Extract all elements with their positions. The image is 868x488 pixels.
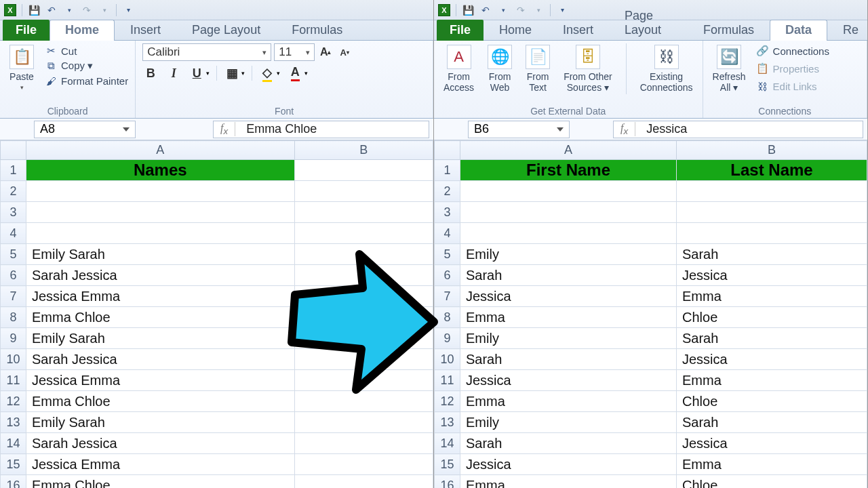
undo-menu-icon[interactable]: ▾ bbox=[63, 4, 75, 16]
cell[interactable]: Emma Chloe bbox=[26, 475, 295, 489]
cell[interactable]: Jessica bbox=[460, 286, 677, 307]
cell[interactable]: Emily bbox=[460, 328, 677, 349]
redo-icon[interactable]: ↷ bbox=[515, 4, 527, 16]
cell[interactable] bbox=[460, 223, 677, 244]
cell[interactable]: Emma bbox=[460, 391, 677, 412]
tab-file[interactable]: File bbox=[437, 20, 484, 41]
row-header[interactable]: 11 bbox=[435, 370, 460, 391]
cell[interactable] bbox=[294, 370, 433, 391]
cell[interactable] bbox=[26, 202, 295, 223]
undo-menu-icon[interactable]: ▾ bbox=[497, 4, 509, 16]
row-header[interactable]: 1 bbox=[435, 160, 460, 181]
from-web-button[interactable]: 🌐From Web bbox=[485, 43, 515, 94]
tab-formulas[interactable]: Formulas bbox=[688, 20, 770, 41]
cell[interactable]: Emma Chloe bbox=[26, 307, 295, 328]
cell[interactable]: Sarah bbox=[677, 244, 867, 265]
save-icon[interactable]: 💾 bbox=[462, 4, 474, 16]
tab-formulas[interactable]: Formulas bbox=[276, 20, 358, 41]
cell[interactable]: Chloe bbox=[677, 307, 867, 328]
cell[interactable] bbox=[677, 202, 867, 223]
existing-connections-button[interactable]: ⛓Existing Connections bbox=[637, 43, 696, 94]
cell[interactable]: Jessica bbox=[677, 265, 867, 286]
row-header[interactable]: 11 bbox=[1, 370, 26, 391]
tab-home[interactable]: Home bbox=[484, 20, 547, 41]
cell[interactable]: Jessica Emma bbox=[26, 370, 295, 391]
qat-customize-icon[interactable]: ▾ bbox=[556, 4, 568, 16]
font-color-icon[interactable]: A bbox=[287, 65, 303, 81]
formula-input-right[interactable]: fxJessica bbox=[613, 121, 863, 138]
tab-home[interactable]: Home bbox=[50, 20, 115, 41]
cell[interactable] bbox=[294, 433, 433, 454]
row-header[interactable]: 10 bbox=[1, 349, 26, 370]
col-header-b-left[interactable]: B bbox=[294, 141, 433, 160]
undo-icon[interactable]: ↶ bbox=[479, 4, 492, 16]
cell[interactable] bbox=[294, 454, 433, 475]
col-header-b-right[interactable]: B bbox=[677, 141, 867, 160]
cell[interactable] bbox=[460, 202, 677, 223]
cell[interactable] bbox=[294, 223, 433, 244]
row-header[interactable]: 10 bbox=[435, 349, 460, 370]
cell[interactable]: Emma bbox=[677, 454, 867, 475]
row-header[interactable]: 3 bbox=[1, 202, 26, 223]
properties-button[interactable]: 📋Properties bbox=[757, 61, 829, 76]
col-header-a-right[interactable]: A bbox=[460, 141, 677, 160]
row-header[interactable]: 12 bbox=[435, 391, 460, 412]
connections-button[interactable]: 🔗Connections bbox=[757, 43, 829, 58]
fill-color-icon[interactable]: ◇ bbox=[259, 65, 275, 81]
cell[interactable]: Sarah Jessica bbox=[26, 433, 295, 454]
redo-menu-icon[interactable]: ▾ bbox=[98, 4, 111, 16]
row-header[interactable]: 13 bbox=[1, 412, 26, 433]
cell[interactable]: Emma bbox=[460, 307, 677, 328]
row-header[interactable]: 4 bbox=[1, 223, 26, 244]
row-header[interactable]: 2 bbox=[1, 181, 26, 202]
cell[interactable]: Sarah Jessica bbox=[26, 349, 295, 370]
cell[interactable] bbox=[26, 223, 295, 244]
from-other-sources-button[interactable]: 🗄From Other Sources ▾ bbox=[561, 43, 615, 94]
cell[interactable]: Jessica bbox=[677, 349, 867, 370]
row-header[interactable]: 5 bbox=[435, 244, 460, 265]
row-header[interactable]: 16 bbox=[435, 475, 460, 489]
formula-input-left[interactable]: fxEmma Chloe bbox=[213, 121, 429, 138]
cell[interactable] bbox=[677, 181, 867, 202]
paste-button[interactable]: 📋 Paste ▾ bbox=[7, 43, 37, 92]
cell[interactable] bbox=[294, 475, 433, 489]
cell[interactable] bbox=[294, 286, 433, 307]
cell[interactable]: Jessica bbox=[677, 433, 867, 454]
undo-icon[interactable]: ↶ bbox=[45, 4, 58, 16]
edit-links-button[interactable]: ⛓Edit Links bbox=[757, 79, 829, 94]
from-access-button[interactable]: AFrom Access bbox=[441, 43, 477, 94]
row-header[interactable]: 8 bbox=[1, 307, 26, 328]
from-text-button[interactable]: 📄From Text bbox=[523, 43, 553, 94]
cell[interactable]: Sarah bbox=[677, 412, 867, 433]
cell[interactable] bbox=[294, 349, 433, 370]
row-header[interactable]: 8 bbox=[435, 307, 460, 328]
row-header[interactable]: 14 bbox=[435, 433, 460, 454]
cell[interactable] bbox=[26, 181, 295, 202]
cell[interactable] bbox=[294, 265, 433, 286]
redo-icon[interactable]: ↷ bbox=[81, 4, 93, 16]
tab-page-layout[interactable]: Page Layout bbox=[609, 5, 688, 41]
cell[interactable] bbox=[294, 307, 433, 328]
cell[interactable]: Sarah bbox=[460, 265, 677, 286]
cell[interactable]: Chloe bbox=[677, 475, 867, 489]
cell[interactable]: Names bbox=[26, 160, 295, 181]
tab-review[interactable]: Re bbox=[827, 20, 865, 41]
cell[interactable]: First Name bbox=[460, 160, 677, 181]
cell[interactable]: Jessica bbox=[460, 370, 677, 391]
qat-customize-icon[interactable]: ▾ bbox=[122, 4, 134, 16]
copy-button[interactable]: ⧉Copy ▾ bbox=[45, 58, 128, 73]
cell[interactable] bbox=[677, 223, 867, 244]
row-header[interactable]: 9 bbox=[435, 328, 460, 349]
grid-right[interactable]: AB 1First NameLast Name2345EmilySarah6Sa… bbox=[434, 140, 867, 488]
cell[interactable]: Emily Sarah bbox=[26, 244, 295, 265]
tab-insert[interactable]: Insert bbox=[115, 20, 176, 41]
row-header[interactable]: 3 bbox=[435, 202, 460, 223]
row-header[interactable]: 1 bbox=[1, 160, 26, 181]
cell[interactable] bbox=[294, 160, 433, 181]
name-box-left[interactable]: A8 bbox=[34, 121, 136, 138]
col-header-a-left[interactable]: A bbox=[26, 141, 295, 160]
cut-button[interactable]: ✂Cut bbox=[45, 43, 128, 58]
cell[interactable]: Sarah bbox=[677, 328, 867, 349]
font-name-combo[interactable]: Calibri▾ bbox=[142, 43, 271, 61]
font-size-combo[interactable]: 11▾ bbox=[274, 43, 315, 61]
